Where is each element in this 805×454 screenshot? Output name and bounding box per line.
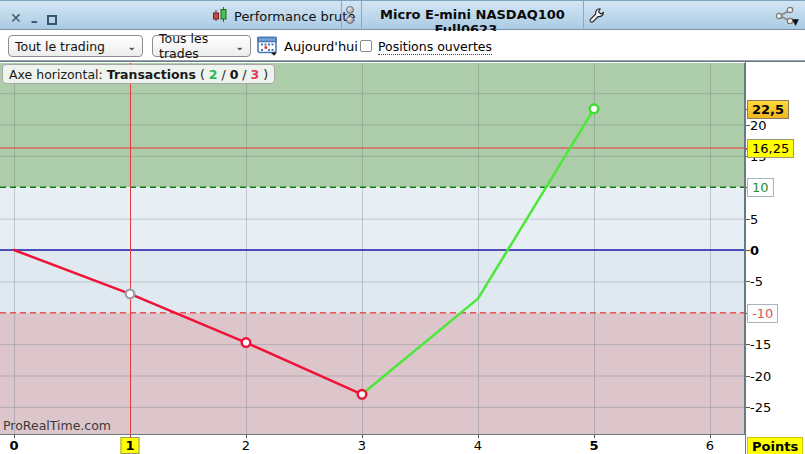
trade-marker	[126, 290, 135, 299]
minimize-window-icon[interactable]: –	[31, 13, 38, 29]
titlebar-separator	[583, 1, 584, 30]
equity-curve-plot[interactable]: Axe horizontal: Transactions ( 2 / 0 / 3…	[0, 63, 745, 434]
y-axis-label: 5	[750, 212, 758, 227]
calendar-date-picker[interactable]	[257, 35, 279, 60]
window-controls: ✕ –	[10, 7, 57, 29]
settings-wrench-icon[interactable]	[588, 7, 605, 28]
axis-label-prefix: Axe horizontal:	[9, 67, 103, 82]
y-axis-label-upper-threshold: 10	[747, 178, 774, 197]
trading-scope-value: Tout le trading	[15, 39, 105, 54]
calendar-icon	[257, 35, 279, 56]
x-axis-label: 3	[358, 438, 366, 453]
neutral-trades-count: 0	[230, 67, 239, 82]
trade-marker	[590, 105, 599, 114]
loss-zone	[0, 313, 745, 434]
tab-performance-brute[interactable]: Performance brute	[212, 6, 355, 26]
chevron-down-icon: ⌄	[122, 41, 136, 52]
y-axis-label-crosshair: 16,25	[747, 139, 794, 158]
axis-unit-label: Points	[747, 437, 803, 454]
titlebar-separator	[341, 1, 342, 30]
x-axis-label: 4	[474, 438, 482, 453]
candlestick-icon	[212, 6, 228, 26]
y-axis[interactable]: Points 201550-5-15-20-2522,516,2510-10	[745, 62, 805, 454]
x-axis-label: 5	[589, 438, 598, 453]
y-axis-label: -25	[750, 400, 771, 415]
winning-trades-count: 2	[209, 67, 218, 82]
y-axis-label: 0	[750, 243, 759, 258]
today-label[interactable]: Aujourd'hui	[284, 39, 358, 54]
x-axis-label: 2	[242, 438, 250, 453]
x-axis-label-crosshair: 1	[120, 437, 139, 454]
maximize-window-icon[interactable]	[47, 15, 57, 25]
chart-region: Axe horizontal: Transactions ( 2 / 0 / 3…	[0, 61, 805, 454]
drag-grip-icon[interactable]	[346, 6, 354, 24]
trades-filter-value: Tous les trades	[159, 31, 230, 61]
trade-marker	[358, 390, 367, 399]
y-axis-label-last-value: 22,5	[747, 100, 789, 119]
close-window-icon[interactable]: ✕	[10, 10, 22, 26]
x-axis[interactable]: 0123456	[0, 434, 745, 454]
chevron-down-icon: ▼	[792, 17, 799, 27]
performance-tab-label: Performance brute	[234, 9, 355, 24]
title-bar: ✕ – Performance brute Micro E-mini NASDA…	[0, 0, 805, 30]
filter-toolbar: Tout le trading ⌄ Tous les trades ⌄ Aujo…	[0, 31, 805, 61]
chevron-down-icon: ⌄	[230, 41, 244, 52]
y-axis-label: 20	[750, 118, 767, 133]
y-axis-label: -5	[750, 274, 763, 289]
horizontal-axis-info-box: Axe horizontal: Transactions ( 2 / 0 / 3…	[2, 64, 275, 84]
trading-scope-select[interactable]: Tout le trading ⌄	[8, 35, 143, 57]
y-axis-label: -20	[750, 369, 771, 384]
prorealtime-watermark: ProRealTime.com	[3, 418, 111, 433]
trades-filter-select[interactable]: Tous les trades ⌄	[152, 35, 251, 57]
axis-label-value: Transactions	[107, 67, 196, 82]
x-axis-label: 0	[9, 438, 18, 453]
trade-marker	[242, 338, 251, 347]
y-axis-label-lower-threshold: -10	[747, 304, 778, 323]
y-axis-label: -15	[750, 337, 771, 352]
open-positions-label[interactable]: Positions ouvertes	[378, 39, 492, 55]
share-menu-button[interactable]: ▼	[774, 6, 799, 27]
losing-trades-count: 3	[251, 67, 260, 82]
performance-window: ✕ – Performance brute Micro E-mini NASDA…	[0, 0, 805, 454]
paren: )	[263, 67, 268, 82]
open-positions-checkbox[interactable]	[360, 40, 372, 52]
x-axis-label: 6	[706, 438, 714, 453]
